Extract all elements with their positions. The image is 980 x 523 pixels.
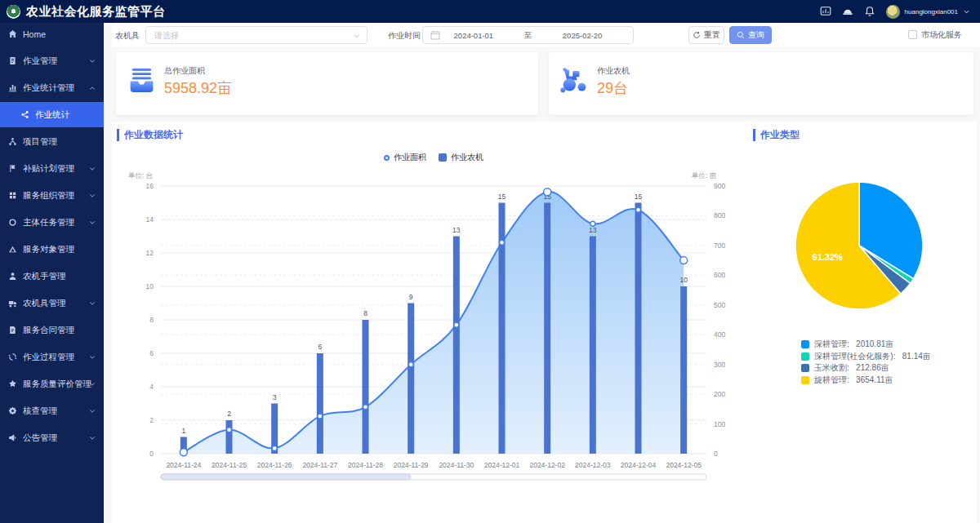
sidebar-item-label: 补贴计划管理 [23,163,74,175]
grid-icon [8,191,17,200]
sidebar-item-label: 服务组织管理 [23,190,74,202]
sidebar-item-audit-mgmt[interactable]: 核查管理 [0,397,104,424]
chevron-down-icon [89,408,96,414]
sidebar-item-work-stat-mgmt[interactable]: 作业统计管理 [0,74,104,101]
search-icon [737,31,745,39]
select-caret-icon [353,33,360,39]
pie-legend-item[interactable]: 旋耕管理: 3654.11亩 [801,375,931,385]
pyramid-icon [8,245,17,254]
username[interactable]: huanglongxian001 [905,8,958,16]
nodes-icon [8,137,17,146]
home-icon [8,29,17,38]
svg-text:600: 600 [714,271,725,279]
reset-button[interactable]: 重置 [688,26,724,44]
sidebar-item-label: 作业统计管理 [23,82,74,94]
chevron-down-icon [89,166,96,172]
svg-text:3: 3 [273,393,277,401]
chevron-down-icon [89,58,96,64]
legend-item-area[interactable]: 作业面积 [384,152,426,163]
svg-text:6: 6 [318,343,322,351]
legend-name: 深耕管理(社会化服务): 81.14亩 [814,351,931,362]
chevron-down-icon [89,219,96,226]
pie-chart[interactable]: 61.32% [788,175,931,318]
refresh-icon [693,31,701,39]
sidebar-item-label: 农机具管理 [23,298,66,309]
svg-text:8: 8 [149,316,154,324]
sidebar-item-machine-mgmt[interactable]: 农机具管理 [0,290,104,317]
svg-text:0: 0 [714,450,718,458]
chevron-down-icon [89,300,96,307]
bar-series-symbol [439,153,447,162]
pie-legend-item[interactable]: 玉米收割: 212.86亩 [801,363,931,373]
badge-icon [8,379,17,388]
svg-text:900: 900 [714,182,725,190]
svg-text:2024-12-02: 2024-12-02 [529,461,565,469]
stat-card-total-area: 总作业面积 5958.92亩 [116,52,538,115]
svg-text:800: 800 [714,211,725,219]
stat-value: 5958.92亩 [164,78,232,98]
avatar[interactable] [886,5,900,19]
sidebar-item-service-object-mgmt[interactable]: 服务对象管理 [0,236,104,263]
sidebar-item-service-org-mgmt[interactable]: 服务组织管理 [0,182,104,209]
svg-text:2024-12-03: 2024-12-03 [575,461,611,469]
charts-panel: 作业数据统计 作业类型 作业面积 作业农机 单位: 台 单位: 亩 024681… [112,122,977,523]
sidebar-item-work-stat[interactable]: 作业统计 [0,102,104,127]
svg-text:2024-11-30: 2024-11-30 [439,461,474,469]
pie-legend-item[interactable]: 深耕管理: 2010.81亩 [801,339,931,349]
sidebar-item-project-mgmt[interactable]: 项目管理 [0,128,104,155]
market-service-checkbox[interactable] [908,30,917,39]
pie-chart-title: 作业类型 [753,129,800,141]
pie-slice-label: 61.32% [813,252,844,262]
date-range-input[interactable]: 2024-01-01 至 2025-02-20 [422,26,634,44]
stat-label: 总作业面积 [164,65,205,77]
sidebar-item-contract-mgmt[interactable]: 服务合同管理 [0,317,104,343]
sidebar-item-work-mgmt[interactable]: 作业管理 [0,47,104,74]
chart-icon [8,83,17,92]
sidebar-item-quality-mgmt[interactable]: 服务质量评价管理 [0,370,104,397]
svg-text:2: 2 [149,416,154,424]
sidebar-item-process-mgmt[interactable]: 作业过程管理 [0,343,104,370]
machine-select[interactable]: 请选择 [145,26,368,44]
helmet-icon[interactable] [842,6,853,17]
inbox-icon [127,65,157,95]
app-title: 农业社会化服务监管平台 [26,4,166,20]
datazoom-slider[interactable] [161,474,411,480]
user-caret-icon[interactable] [963,8,970,16]
pie-legend-item[interactable]: 深耕管理(社会化服务): 81.14亩 [801,352,931,361]
svg-text:15: 15 [498,193,506,201]
legend-name: 旋耕管理: 3654.11亩 [814,375,893,386]
sidebar-item-label: 作业统计 [35,109,69,121]
share-icon [20,110,29,119]
sidebar: Home作业管理作业统计管理作业统计项目管理补贴计划管理服务组织管理主体任务管理… [0,23,104,523]
legend-item-machine[interactable]: 作业农机 [439,152,483,163]
sidebar-item-subject-task-mgmt[interactable]: 主体任务管理 [0,209,104,236]
gear-icon [8,406,17,415]
ring-icon [8,218,17,227]
truck-icon [8,299,17,308]
dashboard-icon[interactable] [820,6,831,17]
legend-swatch [801,364,809,372]
date-start-value[interactable]: 2024-01-01 [423,31,524,40]
sidebar-item-notice-mgmt[interactable]: 公告管理 [0,424,104,451]
chevron-up-icon [89,85,96,91]
time-filter-label: 作业时间 [388,30,421,42]
search-button[interactable]: 查询 [729,26,772,44]
legend-name: 深耕管理: 2010.81亩 [814,339,893,350]
svg-text:12: 12 [146,249,154,257]
combo-chart[interactable]: 0246810121416010020030040050060070080090… [114,171,747,490]
svg-text:2: 2 [227,410,231,418]
svg-text:15: 15 [635,193,643,201]
sidebar-item-driver-mgmt[interactable]: 农机手管理 [0,263,104,290]
combo-chart-title: 作业数据统计 [117,129,183,141]
date-end-value[interactable]: 2025-02-20 [532,31,633,40]
svg-text:700: 700 [714,242,725,250]
filter-bar: 农机具 请选择 作业时间 2024-01-01 至 2025-02-20 重置 … [112,23,980,47]
sidebar-item-home[interactable]: Home [0,20,104,47]
bell-icon[interactable] [864,6,875,17]
machine-select-placeholder: 请选择 [154,30,179,42]
chevron-down-icon [89,435,96,441]
legend-swatch [801,376,809,384]
chevron-down-icon [89,354,96,361]
sidebar-item-subsidy-plan-mgmt[interactable]: 补贴计划管理 [0,155,104,182]
tractor-icon [559,65,590,95]
